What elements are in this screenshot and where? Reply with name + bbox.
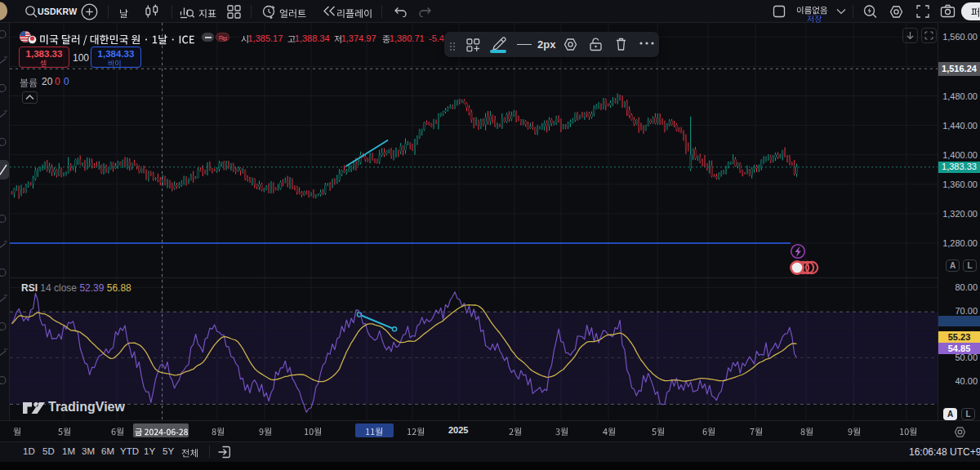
svg-text:TradingView: TradingView <box>48 400 126 414</box>
